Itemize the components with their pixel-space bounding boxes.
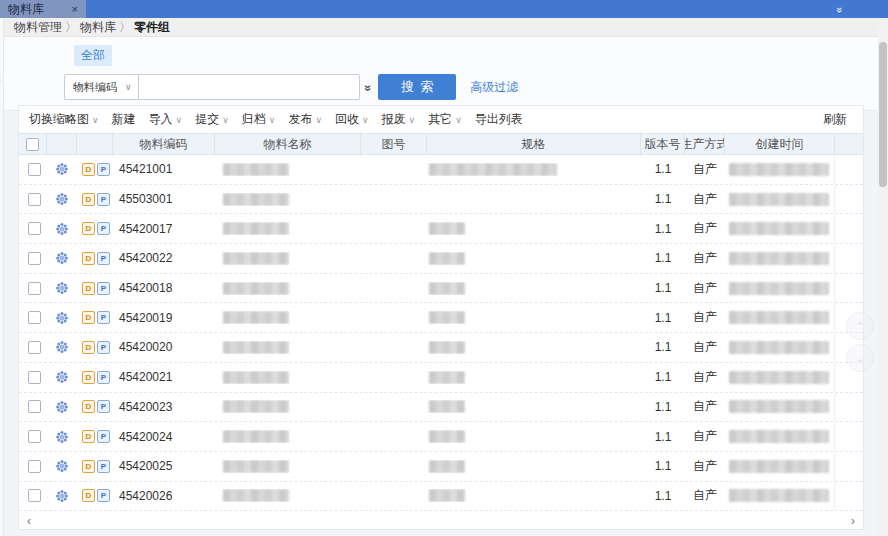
gear-icon[interactable] <box>55 430 69 444</box>
table-row[interactable]: D P 45420020 1.1 自产 <box>19 333 863 363</box>
column-header-material-name[interactable]: 物料名称 <box>215 134 361 154</box>
gear-icon[interactable] <box>55 489 69 503</box>
scope-chip-all[interactable]: 全部 <box>74 45 112 66</box>
part-p-icon[interactable]: P <box>97 252 110 265</box>
column-header-created-time[interactable]: 创建时间 <box>725 134 835 154</box>
part-p-icon[interactable]: P <box>97 430 110 443</box>
column-header-drawing-no[interactable]: 图号 <box>361 134 427 154</box>
search-button[interactable]: 搜索 <box>378 74 456 100</box>
gear-icon[interactable] <box>55 222 69 236</box>
toolbar-item-new[interactable]: 新建 <box>112 111 136 128</box>
document-d-icon[interactable]: D <box>82 311 95 324</box>
row-checkbox[interactable] <box>28 163 41 176</box>
document-d-icon[interactable]: D <box>82 252 95 265</box>
float-button-bottom[interactable]: ⌄ <box>846 344 874 372</box>
toolbar-item-other[interactable]: 其它 ∨ <box>428 111 462 128</box>
search-input[interactable] <box>138 74 360 100</box>
table-row[interactable]: D P 45420026 1.1 自产 <box>19 482 863 512</box>
gear-icon[interactable] <box>55 251 69 265</box>
tab-close-icon[interactable]: × <box>72 4 78 15</box>
search-field-select[interactable]: 物料编码 ∨ <box>64 74 138 100</box>
part-p-icon[interactable]: P <box>97 400 110 413</box>
search-expand-toggle[interactable]: » <box>361 85 375 90</box>
table-row[interactable]: D P 45420025 1.1 自产 <box>19 452 863 482</box>
tab-material-library[interactable]: 物料库 × <box>0 0 86 18</box>
column-header-production-method[interactable]: 生产方式 <box>685 134 725 154</box>
select-all-checkbox[interactable] <box>26 138 39 151</box>
row-checkbox[interactable] <box>28 341 41 354</box>
document-d-icon[interactable]: D <box>82 489 95 502</box>
gear-icon[interactable] <box>55 459 69 473</box>
vertical-scrollbar[interactable] <box>878 18 888 536</box>
toolbar-item-recycle[interactable]: 回收 ∨ <box>335 111 369 128</box>
row-checkbox[interactable] <box>28 282 41 295</box>
part-p-icon[interactable]: P <box>97 163 110 176</box>
vscroll-thumb[interactable] <box>879 42 887 187</box>
gear-icon[interactable] <box>55 370 69 384</box>
table-row[interactable]: D P 45420019 1.1 自产 <box>19 303 863 333</box>
document-d-icon[interactable]: D <box>82 371 95 384</box>
part-p-icon[interactable]: P <box>97 193 110 206</box>
row-checkbox[interactable] <box>28 193 41 206</box>
toolbar-item-publish[interactable]: 发布 ∨ <box>288 111 322 128</box>
table-row[interactable]: D P 45420018 1.1 自产 <box>19 274 863 304</box>
advanced-filter-link[interactable]: 高级过滤 <box>470 79 518 96</box>
row-checkbox[interactable] <box>28 222 41 235</box>
toolbar-item-import[interactable]: 导入 ∨ <box>149 111 183 128</box>
part-p-icon[interactable]: P <box>97 460 110 473</box>
row-checkbox[interactable] <box>28 400 41 413</box>
row-checkbox[interactable] <box>28 489 41 502</box>
table-row[interactable]: D P 45420017 1.1 自产 <box>19 214 863 244</box>
part-p-icon[interactable]: P <box>97 341 110 354</box>
gear-icon[interactable] <box>55 192 69 206</box>
table-row[interactable]: D P 45420022 1.1 自产 <box>19 244 863 274</box>
column-header-specification[interactable]: 规格 <box>427 134 641 154</box>
part-p-icon[interactable]: P <box>97 371 110 384</box>
document-d-icon[interactable]: D <box>82 430 95 443</box>
document-d-icon[interactable]: D <box>82 193 95 206</box>
gear-icon[interactable] <box>55 400 69 414</box>
column-header-material-code[interactable]: 物料编码 <box>113 134 215 154</box>
table-row[interactable]: D P 45503001 1.1 自产 <box>19 185 863 215</box>
toolbar-item-archive[interactable]: 归档 ∨ <box>242 111 276 128</box>
document-d-icon[interactable]: D <box>82 222 95 235</box>
gear-icon[interactable] <box>55 340 69 354</box>
document-d-icon[interactable]: D <box>82 163 95 176</box>
column-header-version[interactable]: 版本号 <box>641 134 685 154</box>
gear-icon[interactable] <box>55 311 69 325</box>
toolbar-item-submit[interactable]: 提交 ∨ <box>195 111 229 128</box>
table-row[interactable]: D P 45420021 1.1 自产 <box>19 363 863 393</box>
tabbar-collapse-button[interactable]: » <box>838 0 842 18</box>
row-checkbox[interactable] <box>28 430 41 443</box>
document-d-icon[interactable]: D <box>82 341 95 354</box>
scroll-left-arrow-icon[interactable]: ‹ <box>23 515 35 527</box>
toolbar-item-scrap[interactable]: 报废 ∨ <box>382 111 416 128</box>
row-checkbox[interactable] <box>28 252 41 265</box>
row-checkbox[interactable] <box>28 460 41 473</box>
chevron-double-down-icon: » <box>834 7 846 11</box>
part-p-icon[interactable]: P <box>97 282 110 295</box>
document-d-icon[interactable]: D <box>82 460 95 473</box>
document-d-icon[interactable]: D <box>82 400 95 413</box>
toolbar-item-export-list[interactable]: 导出列表 <box>475 111 523 128</box>
part-p-icon[interactable]: P <box>97 311 110 324</box>
table-row[interactable]: D P 45421001 1.1 自产 <box>19 155 863 185</box>
table-row[interactable]: D P 45420023 1.1 自产 <box>19 393 863 423</box>
row-checkbox[interactable] <box>28 311 41 324</box>
refresh-button[interactable]: 刷新 <box>823 111 847 128</box>
breadcrumb-item-material-library[interactable]: 物料库 <box>80 19 116 36</box>
horizontal-scrollbar[interactable]: ‹ › <box>19 514 863 527</box>
scroll-right-arrow-icon[interactable]: › <box>847 515 859 527</box>
part-p-icon[interactable]: P <box>97 489 110 502</box>
collapsed-left-panel[interactable]: ‹ <box>0 18 4 536</box>
gear-icon[interactable] <box>55 162 69 176</box>
toolbar-item-toggle-thumbnail[interactable]: 切换缩略图 ∨ <box>29 111 99 128</box>
breadcrumb-item-material-management[interactable]: 物料管理 <box>14 19 62 36</box>
row-checkbox[interactable] <box>28 371 41 384</box>
breadcrumb-item-part-group[interactable]: 零件组 <box>134 19 170 36</box>
part-p-icon[interactable]: P <box>97 222 110 235</box>
gear-icon[interactable] <box>55 281 69 295</box>
document-d-icon[interactable]: D <box>82 282 95 295</box>
table-row[interactable]: D P 45420024 1.1 自产 <box>19 422 863 452</box>
float-button-top[interactable]: ⌃ <box>846 312 874 340</box>
